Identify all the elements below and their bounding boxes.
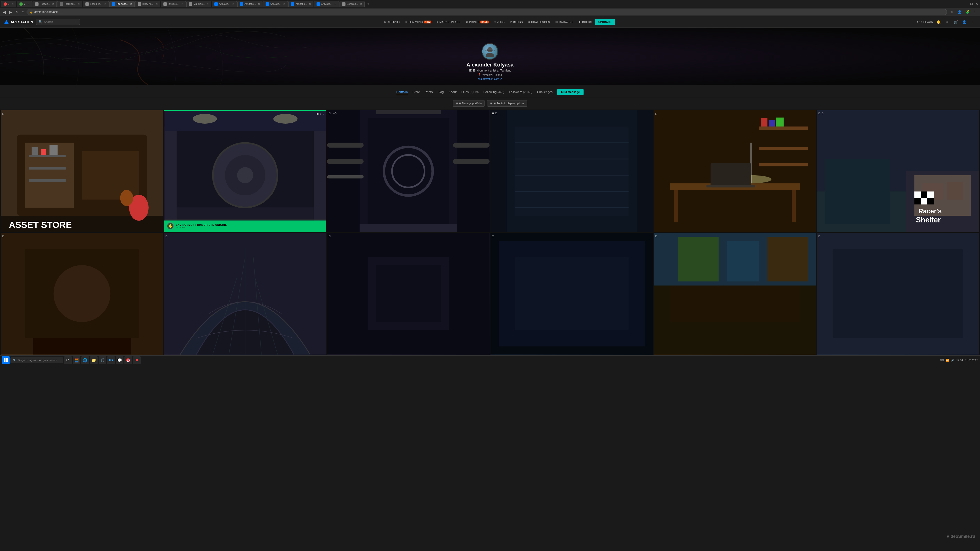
portfolio-item-10[interactable]: ◻ xyxy=(490,233,653,354)
item8-thumbnail xyxy=(164,233,326,354)
portfolio-item-1[interactable]: ASSET STORE ◻ xyxy=(1,110,163,232)
manage-portfolio-button[interactable]: ⊞ ⊞ Manage portfolio xyxy=(453,100,485,106)
nav-books[interactable]: ◧ BOOKS xyxy=(576,19,595,25)
taskbar-app-calculator[interactable]: 🧮 xyxy=(73,356,80,364)
svg-rect-110 xyxy=(4,358,5,360)
portfolio-item-5[interactable]: ◻ xyxy=(654,110,816,232)
tab-store[interactable]: Store xyxy=(412,89,420,95)
taskbar-app-spotify[interactable]: 🎵 xyxy=(99,356,106,364)
taskbar-app-files[interactable]: 🗂 xyxy=(64,356,72,364)
nav-challenges[interactable]: ◆ CHALLENGES xyxy=(526,19,552,25)
portfolio-item-9[interactable]: ◻ xyxy=(327,233,490,354)
portfolio-item-8[interactable]: ◻ xyxy=(164,233,326,354)
browser-tab-9[interactable]: Maxivz's... ✕ xyxy=(186,1,211,7)
forward-button[interactable]: ▶ xyxy=(8,9,13,15)
portfolio-item-3[interactable]: ◻ ▷ ◇ xyxy=(327,110,490,232)
browser-tab-13[interactable]: ArtStatio... ✕ xyxy=(288,1,313,7)
nav-marketplace[interactable]: ◈ MARKETPLACE xyxy=(434,19,463,25)
tab-about[interactable]: About xyxy=(449,89,457,95)
tab-likes[interactable]: Likes (3,119) xyxy=(461,89,479,95)
taskbar-app-extra1[interactable]: 💬 xyxy=(116,356,124,364)
taskbar-app-folder[interactable]: 📁 xyxy=(90,356,98,364)
start-button[interactable] xyxy=(2,356,10,364)
user-avatar-header[interactable]: 👤 xyxy=(961,19,967,25)
tab-followers[interactable]: Followers (2,969) xyxy=(509,89,532,95)
extensions-icon[interactable]: 🧩 xyxy=(964,9,970,15)
svg-text:Shelter: Shelter xyxy=(916,216,941,224)
browser-tab-14[interactable]: ArtStatio... ✕ xyxy=(314,1,339,7)
messages-icon[interactable]: ✉ xyxy=(943,19,950,25)
grid-icon: ◻ xyxy=(2,235,4,238)
tab-following[interactable]: Following (445) xyxy=(484,89,504,95)
portfolio-item-2[interactable]: ✋ ENVIRONMENT BUILDING IN UNIGINE 80 LEV… xyxy=(164,110,326,232)
tab-prints[interactable]: Prints xyxy=(425,89,433,95)
upgrade-button[interactable]: UPGRADE xyxy=(595,19,615,25)
taskbar-app-record[interactable]: ⏺ xyxy=(133,356,141,364)
portfolio-item-7[interactable]: ◻ xyxy=(1,233,163,354)
lock-icon: 🔒 xyxy=(30,11,33,14)
level-badge-icon: ✋ xyxy=(167,222,174,230)
browser-tab-1[interactable]: ● ✕ xyxy=(1,1,16,7)
browser-menu-icon[interactable]: ⋮ xyxy=(971,9,978,15)
nav-jobs[interactable]: ◎ JOBS xyxy=(492,19,507,25)
nav-prints[interactable]: ◉ PRINTS SALE xyxy=(463,19,491,25)
browser-tab-3[interactable]: Псевдо... ✕ xyxy=(33,1,57,7)
browser-tab-2[interactable]: ● ✕ xyxy=(17,1,32,7)
nav-activity[interactable]: ⊞ ACTIVITY xyxy=(382,19,402,25)
profile-link[interactable]: ask.artstation.com ↗ xyxy=(466,77,514,80)
browser-toolbar: ◀ ▶ ↻ ⌂ 🔒 artstation.com/ask ☆ 👤 🧩 ⋮ xyxy=(0,8,980,16)
browser-tab-15[interactable]: Downloa... ✕ xyxy=(339,1,364,7)
message-button[interactable]: ✉ ✉ Message xyxy=(557,89,584,95)
taskbar-app-photoshop[interactable]: Ps xyxy=(107,356,115,364)
browser-tab-4[interactable]: Трейнер... ✕ xyxy=(57,1,82,7)
svg-rect-111 xyxy=(6,358,8,360)
upload-button[interactable]: ↑ ↑ UPLOAD xyxy=(916,20,933,24)
challenges-icon: ◆ xyxy=(528,20,530,24)
portfolio-item-11[interactable]: ◻ xyxy=(654,233,816,354)
display-options-button[interactable]: ⊞ ⊞ Portfolio display options xyxy=(487,100,527,106)
nav-learning[interactable]: ▷ LEARNING NEW xyxy=(403,19,434,25)
artstation-logo-text: ARTSTATION xyxy=(11,20,33,24)
svg-point-29 xyxy=(193,114,217,124)
profile-icon[interactable]: 👤 xyxy=(956,9,963,15)
item7-thumbnail xyxy=(1,233,163,354)
taskbar-search-box[interactable]: 🔍 Введите здесь текст для поиска xyxy=(11,357,63,363)
cart-icon[interactable]: 🛒 xyxy=(952,19,959,25)
taskbar-app-extra2[interactable]: 🎯 xyxy=(124,356,132,364)
new-tab-button[interactable]: + xyxy=(365,1,371,7)
portfolio-item-12[interactable]: ◻ xyxy=(817,233,979,354)
svg-rect-69 xyxy=(654,110,816,232)
windows-logo-icon xyxy=(4,358,8,362)
taskbar-app-chrome[interactable]: 🌐 xyxy=(81,356,89,364)
tab-challenges[interactable]: Challenges xyxy=(537,89,552,95)
more-menu-icon[interactable]: ⋮ xyxy=(969,19,976,25)
address-bar[interactable]: 🔒 artstation.com/ask xyxy=(27,9,947,15)
taskbar-system-tray: ⌨ 📶 🔊 12:34 01.01.2023 xyxy=(940,359,978,362)
view-icon: ◼ xyxy=(492,112,494,115)
portfolio-item-4[interactable]: ◼ ◻ xyxy=(490,110,653,232)
refresh-button[interactable]: ↻ xyxy=(14,9,19,15)
nav-magazine[interactable]: ◫ MAGAZINE xyxy=(553,19,576,25)
view-icon: ◼ xyxy=(317,112,319,115)
browser-tab-7[interactable]: Bilety na... ✕ xyxy=(135,1,160,7)
back-button[interactable]: ◀ xyxy=(2,9,7,15)
tab-portfolio[interactable]: Portfolio xyxy=(396,89,408,95)
tab-blog[interactable]: Blog xyxy=(438,89,444,95)
search-box[interactable]: 🔍 xyxy=(36,19,80,25)
svg-rect-80 xyxy=(928,198,934,205)
browser-tab-5[interactable]: SpeedFlo... ✕ xyxy=(83,1,109,7)
artstation-logo[interactable]: ARTSTATION xyxy=(4,19,33,25)
home-button[interactable]: ⌂ xyxy=(21,9,25,15)
browser-tab-8[interactable]: Introduct... ✕ xyxy=(161,1,186,7)
bookmark-star-icon[interactable]: ☆ xyxy=(948,9,955,15)
nav-blogs[interactable]: ✐ BLOGS xyxy=(508,19,525,25)
browser-tab-6-active[interactable]: Что тако... ✕ xyxy=(109,1,135,7)
notification-bell-icon[interactable]: 🔔 xyxy=(935,19,942,25)
browser-tab-11[interactable]: ArtStatio... ✕ xyxy=(237,1,262,7)
portfolio-item-6[interactable]: Racer's Shelter ◻ ◻ xyxy=(817,110,979,232)
profile-avatar[interactable]: RAMONES xyxy=(482,43,498,60)
browser-tab-10[interactable]: ArtStatio... ✕ xyxy=(212,1,237,7)
prints-icon: ◉ xyxy=(466,20,468,24)
browser-tab-12[interactable]: ArtStatio... ✕ xyxy=(263,1,288,7)
search-input[interactable] xyxy=(44,20,77,24)
